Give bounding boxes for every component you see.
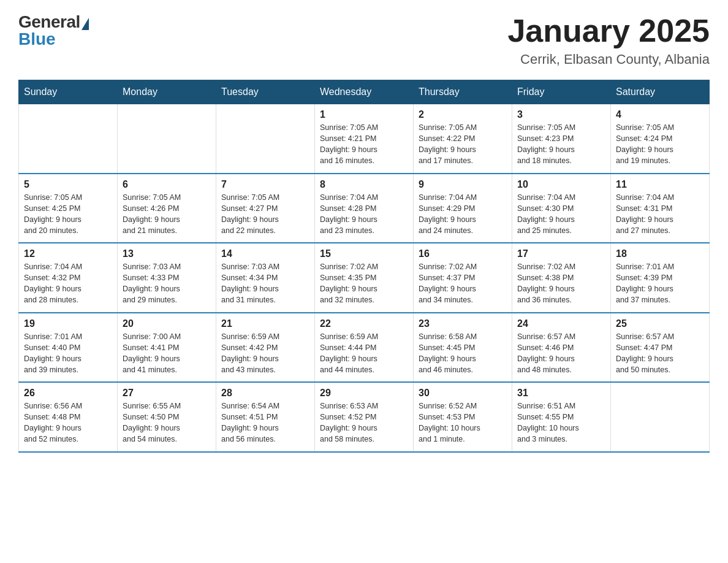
day-cell — [611, 382, 710, 452]
day-number: 25 — [616, 318, 704, 329]
day-info: Sunrise: 7:02 AM Sunset: 4:37 PM Dayligh… — [419, 261, 507, 306]
day-info: Sunrise: 7:03 AM Sunset: 4:34 PM Dayligh… — [221, 261, 309, 306]
week-row-2: 5Sunrise: 7:05 AM Sunset: 4:25 PM Daylig… — [19, 174, 710, 243]
header-wednesday: Wednesday — [315, 80, 414, 104]
day-info: Sunrise: 7:00 AM Sunset: 4:41 PM Dayligh… — [123, 331, 211, 376]
day-number: 9 — [419, 179, 507, 190]
day-number: 5 — [24, 179, 112, 190]
day-cell: 22Sunrise: 6:59 AM Sunset: 4:44 PM Dayli… — [315, 313, 414, 383]
day-cell: 21Sunrise: 6:59 AM Sunset: 4:42 PM Dayli… — [216, 313, 315, 383]
header-thursday: Thursday — [414, 80, 512, 104]
day-number: 15 — [320, 248, 408, 259]
day-cell: 17Sunrise: 7:02 AM Sunset: 4:38 PM Dayli… — [512, 243, 611, 313]
calendar-table: SundayMondayTuesdayWednesdayThursdayFrid… — [18, 80, 710, 453]
title-section: January 2025 Cerrik, Elbasan County, Alb… — [507, 12, 710, 67]
day-info: Sunrise: 6:58 AM Sunset: 4:45 PM Dayligh… — [419, 331, 507, 376]
day-number: 7 — [221, 179, 309, 190]
day-info: Sunrise: 6:51 AM Sunset: 4:55 PM Dayligh… — [517, 400, 605, 445]
day-info: Sunrise: 7:04 AM Sunset: 4:28 PM Dayligh… — [320, 192, 408, 237]
logo: General Blue — [18, 12, 89, 49]
week-row-3: 12Sunrise: 7:04 AM Sunset: 4:32 PM Dayli… — [19, 243, 710, 313]
day-cell: 25Sunrise: 6:57 AM Sunset: 4:47 PM Dayli… — [611, 313, 710, 383]
day-info: Sunrise: 6:56 AM Sunset: 4:48 PM Dayligh… — [24, 400, 112, 445]
day-number: 27 — [123, 388, 211, 399]
header-saturday: Saturday — [611, 80, 710, 104]
day-info: Sunrise: 7:05 AM Sunset: 4:21 PM Dayligh… — [320, 122, 408, 167]
day-number: 24 — [517, 318, 605, 329]
day-cell: 14Sunrise: 7:03 AM Sunset: 4:34 PM Dayli… — [216, 243, 315, 313]
day-info: Sunrise: 7:05 AM Sunset: 4:23 PM Dayligh… — [517, 122, 605, 167]
day-cell: 3Sunrise: 7:05 AM Sunset: 4:23 PM Daylig… — [512, 104, 611, 174]
day-cell: 2Sunrise: 7:05 AM Sunset: 4:22 PM Daylig… — [414, 104, 512, 174]
day-cell: 30Sunrise: 6:52 AM Sunset: 4:53 PM Dayli… — [414, 382, 512, 452]
day-number: 10 — [517, 179, 605, 190]
page-header: General Blue January 2025 Cerrik, Elbasa… — [18, 12, 710, 67]
day-number: 8 — [320, 179, 408, 190]
day-number: 26 — [24, 388, 112, 399]
day-info: Sunrise: 7:02 AM Sunset: 4:38 PM Dayligh… — [517, 261, 605, 306]
day-info: Sunrise: 7:02 AM Sunset: 4:35 PM Dayligh… — [320, 261, 408, 306]
day-number: 13 — [123, 248, 211, 259]
day-cell: 27Sunrise: 6:55 AM Sunset: 4:50 PM Dayli… — [118, 382, 216, 452]
header-tuesday: Tuesday — [216, 80, 315, 104]
day-info: Sunrise: 6:59 AM Sunset: 4:44 PM Dayligh… — [320, 331, 408, 376]
days-header-row: SundayMondayTuesdayWednesdayThursdayFrid… — [19, 80, 710, 104]
day-info: Sunrise: 7:05 AM Sunset: 4:25 PM Dayligh… — [24, 192, 112, 237]
header-friday: Friday — [512, 80, 611, 104]
day-number: 12 — [24, 248, 112, 259]
day-cell — [216, 104, 315, 174]
logo-triangle-icon — [82, 18, 89, 30]
day-info: Sunrise: 7:01 AM Sunset: 4:40 PM Dayligh… — [24, 331, 112, 376]
logo-blue-text: Blue — [18, 29, 56, 49]
day-cell: 19Sunrise: 7:01 AM Sunset: 4:40 PM Dayli… — [19, 313, 118, 383]
day-info: Sunrise: 7:04 AM Sunset: 4:31 PM Dayligh… — [616, 192, 704, 237]
day-info: Sunrise: 6:53 AM Sunset: 4:52 PM Dayligh… — [320, 400, 408, 445]
day-cell: 18Sunrise: 7:01 AM Sunset: 4:39 PM Dayli… — [611, 243, 710, 313]
day-number: 3 — [517, 109, 605, 120]
day-info: Sunrise: 6:54 AM Sunset: 4:51 PM Dayligh… — [221, 400, 309, 445]
day-number: 19 — [24, 318, 112, 329]
day-info: Sunrise: 7:05 AM Sunset: 4:26 PM Dayligh… — [123, 192, 211, 237]
week-row-4: 19Sunrise: 7:01 AM Sunset: 4:40 PM Dayli… — [19, 313, 710, 383]
day-number: 2 — [419, 109, 507, 120]
day-info: Sunrise: 7:04 AM Sunset: 4:29 PM Dayligh… — [419, 192, 507, 237]
day-number: 18 — [616, 248, 704, 259]
day-number: 28 — [221, 388, 309, 399]
day-info: Sunrise: 6:52 AM Sunset: 4:53 PM Dayligh… — [419, 400, 507, 445]
day-number: 14 — [221, 248, 309, 259]
day-cell: 1Sunrise: 7:05 AM Sunset: 4:21 PM Daylig… — [315, 104, 414, 174]
header-monday: Monday — [118, 80, 216, 104]
day-cell: 28Sunrise: 6:54 AM Sunset: 4:51 PM Dayli… — [216, 382, 315, 452]
day-cell: 6Sunrise: 7:05 AM Sunset: 4:26 PM Daylig… — [118, 174, 216, 243]
week-row-5: 26Sunrise: 6:56 AM Sunset: 4:48 PM Dayli… — [19, 382, 710, 452]
day-number: 21 — [221, 318, 309, 329]
day-number: 23 — [419, 318, 507, 329]
day-info: Sunrise: 7:04 AM Sunset: 4:30 PM Dayligh… — [517, 192, 605, 237]
day-cell: 12Sunrise: 7:04 AM Sunset: 4:32 PM Dayli… — [19, 243, 118, 313]
day-number: 16 — [419, 248, 507, 259]
calendar-title: January 2025 — [507, 12, 710, 49]
day-info: Sunrise: 7:03 AM Sunset: 4:33 PM Dayligh… — [123, 261, 211, 306]
day-number: 22 — [320, 318, 408, 329]
day-cell — [19, 104, 118, 174]
day-number: 29 — [320, 388, 408, 399]
day-number: 6 — [123, 179, 211, 190]
day-cell: 23Sunrise: 6:58 AM Sunset: 4:45 PM Dayli… — [414, 313, 512, 383]
day-cell: 4Sunrise: 7:05 AM Sunset: 4:24 PM Daylig… — [611, 104, 710, 174]
day-cell: 31Sunrise: 6:51 AM Sunset: 4:55 PM Dayli… — [512, 382, 611, 452]
day-cell: 20Sunrise: 7:00 AM Sunset: 4:41 PM Dayli… — [118, 313, 216, 383]
day-cell: 10Sunrise: 7:04 AM Sunset: 4:30 PM Dayli… — [512, 174, 611, 243]
calendar-subtitle: Cerrik, Elbasan County, Albania — [507, 52, 710, 67]
week-row-1: 1Sunrise: 7:05 AM Sunset: 4:21 PM Daylig… — [19, 104, 710, 174]
day-cell: 13Sunrise: 7:03 AM Sunset: 4:33 PM Dayli… — [118, 243, 216, 313]
day-cell — [118, 104, 216, 174]
day-cell: 7Sunrise: 7:05 AM Sunset: 4:27 PM Daylig… — [216, 174, 315, 243]
day-info: Sunrise: 7:05 AM Sunset: 4:24 PM Dayligh… — [616, 122, 704, 167]
day-info: Sunrise: 7:05 AM Sunset: 4:22 PM Dayligh… — [419, 122, 507, 167]
day-number: 11 — [616, 179, 704, 190]
day-info: Sunrise: 6:55 AM Sunset: 4:50 PM Dayligh… — [123, 400, 211, 445]
day-cell: 9Sunrise: 7:04 AM Sunset: 4:29 PM Daylig… — [414, 174, 512, 243]
day-info: Sunrise: 6:59 AM Sunset: 4:42 PM Dayligh… — [221, 331, 309, 376]
day-number: 4 — [616, 109, 704, 120]
day-number: 30 — [419, 388, 507, 399]
